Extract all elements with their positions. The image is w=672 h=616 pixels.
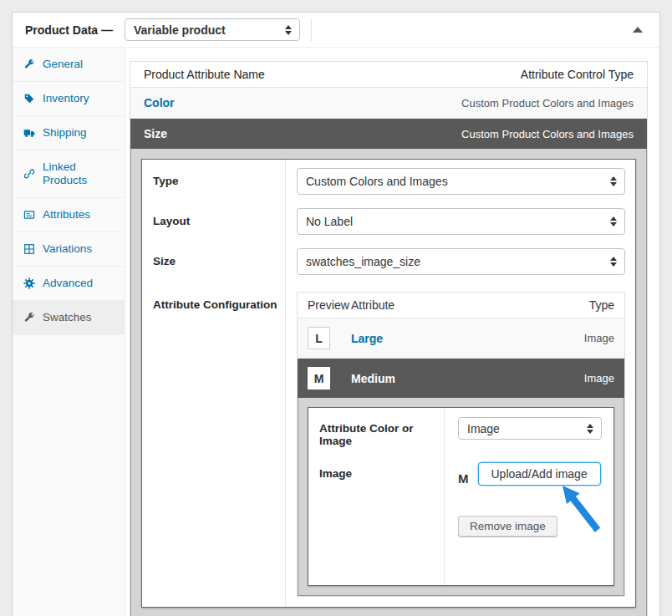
product-data-metabox: Product Data — Variable product General: [12, 12, 660, 616]
column-attribute: Attribute: [351, 298, 589, 312]
attribute-control-type: Custom Product Colors and Images: [461, 97, 634, 109]
select-stepper-icon: [610, 216, 617, 227]
select-stepper-icon: [587, 424, 593, 434]
attributes-table-header: Product Attribute Name Attribute Control…: [130, 62, 647, 88]
attribute-configuration-table: Preview Attribute Type L Large Image: [297, 292, 625, 597]
metabox-title: Product Data —: [25, 23, 113, 37]
image-label: Image: [308, 462, 444, 480]
attribute-configuration-label: Attribute Configuration: [142, 292, 285, 311]
column-type: Type: [589, 298, 614, 312]
sidebar-item-label: Linked Products: [43, 160, 118, 187]
color-or-image-label: Attribute Color or Image: [308, 417, 444, 447]
column-product-attribute-name: Product Attribute Name: [144, 68, 265, 81]
attribute-name-link[interactable]: Color: [144, 96, 175, 109]
sidebar-item-swatches[interactable]: Swatches: [13, 301, 125, 335]
attribute-configuration-row: Attribute Configuration Preview Attribut…: [142, 292, 635, 597]
card-icon: [23, 209, 35, 221]
image-field-row: Image M Upload/Add image Remove image: [308, 462, 613, 537]
product-data-tabs: General Inventory Shipping Linked Produc…: [13, 48, 125, 616]
truck-icon: [23, 127, 35, 139]
column-preview: Preview: [308, 298, 351, 312]
select-stepper-icon: [610, 176, 617, 186]
layout-select[interactable]: No Label: [297, 208, 625, 235]
metabox-header: Product Data — Variable product: [13, 13, 659, 48]
sidebar-item-label: Variations: [43, 242, 92, 256]
color-or-image-field-row: Attribute Color or Image Image: [308, 417, 613, 447]
swatch-letter: M: [314, 372, 324, 385]
link-icon: [23, 168, 35, 180]
swatch-letter: L: [315, 332, 323, 345]
type-field-row: Type Custom Colors and Images: [142, 168, 635, 195]
attribute-name-link[interactable]: Size: [144, 127, 167, 140]
color-or-image-select[interactable]: Image: [458, 417, 602, 440]
term-type: Image: [584, 372, 614, 384]
sidebar-item-general[interactable]: General: [13, 48, 125, 82]
size-settings-panel: Type Custom Colors and Images Layout: [141, 159, 636, 608]
remove-image-button[interactable]: Remove image: [458, 516, 557, 537]
product-type-value: Variable product: [134, 23, 226, 37]
size-settings-region: Type Custom Colors and Images Layout: [130, 149, 647, 616]
term-name-link[interactable]: Large: [351, 332, 584, 345]
sidebar-item-label: Attributes: [43, 208, 90, 221]
sidebar-item-label: Shipping: [43, 126, 87, 140]
layout-select-value: No Label: [306, 215, 353, 228]
attribute-row-size[interactable]: Size Custom Product Colors and Images: [130, 119, 647, 149]
sidebar-item-shipping[interactable]: Shipping: [13, 116, 125, 150]
type-select[interactable]: Custom Colors and Images: [297, 168, 625, 195]
sidebar-item-label: Advanced: [43, 277, 93, 290]
term-row-medium[interactable]: M Medium Image: [298, 359, 624, 398]
sidebar-item-inventory[interactable]: Inventory: [13, 82, 125, 116]
size-select-value: swatches_image_size: [306, 255, 420, 268]
product-type-select[interactable]: Variable product: [125, 18, 300, 41]
tag-icon: [23, 93, 35, 104]
image-preview-letter: M: [458, 471, 469, 486]
medium-settings-region: Attribute Color or Image Image: [298, 398, 624, 596]
attributes-table: Product Attribute Name Attribute Control…: [130, 61, 648, 616]
upload-add-image-button[interactable]: Upload/Add image: [478, 462, 601, 486]
sidebar-item-label: Inventory: [43, 92, 89, 105]
color-or-image-select-value: Image: [467, 422, 500, 435]
chevron-up-icon: [633, 27, 643, 33]
layout-field-row: Layout No Label: [142, 208, 635, 235]
select-stepper-icon: [610, 257, 617, 267]
sidebar-item-attributes[interactable]: Attributes: [13, 198, 125, 232]
gear-icon: [23, 277, 35, 289]
sidebar-item-variations[interactable]: Variations: [13, 232, 125, 267]
sidebar-item-advanced[interactable]: Advanced: [13, 267, 125, 301]
size-select[interactable]: swatches_image_size: [297, 248, 625, 275]
header-divider: [311, 18, 312, 42]
swatches-panel: Product Attribute Name Attribute Control…: [125, 48, 659, 616]
wrench-icon: [23, 59, 35, 70]
attribute-row-color[interactable]: Color Custom Product Colors and Images: [130, 88, 647, 119]
column-attribute-control-type: Attribute Control Type: [521, 68, 634, 81]
sidebar-item-label: Swatches: [43, 311, 92, 324]
configuration-table-header: Preview Attribute Type: [298, 293, 624, 318]
sidebar-item-linked-products[interactable]: Linked Products: [13, 150, 125, 198]
sidebar-item-label: General: [43, 58, 83, 71]
term-type: Image: [584, 332, 614, 344]
select-stepper-icon: [285, 25, 292, 35]
type-label: Type: [142, 168, 285, 187]
grid-icon: [23, 243, 35, 255]
medium-settings-panel: Attribute Color or Image Image: [308, 407, 614, 586]
swatch-preview-box: M: [308, 367, 330, 389]
collapse-toggle-button[interactable]: [626, 18, 649, 42]
swatch-preview-box: L: [308, 327, 330, 349]
type-select-value: Custom Colors and Images: [306, 175, 448, 188]
size-field-row: Size swatches_image_size: [142, 248, 635, 275]
term-row-large[interactable]: L Large Image: [298, 318, 624, 359]
wrench-icon: [23, 312, 35, 323]
term-name-link[interactable]: Medium: [351, 372, 584, 385]
layout-label: Layout: [142, 208, 285, 227]
attribute-control-type: Custom Product Colors and Images: [461, 128, 634, 140]
size-label: Size: [142, 248, 285, 267]
